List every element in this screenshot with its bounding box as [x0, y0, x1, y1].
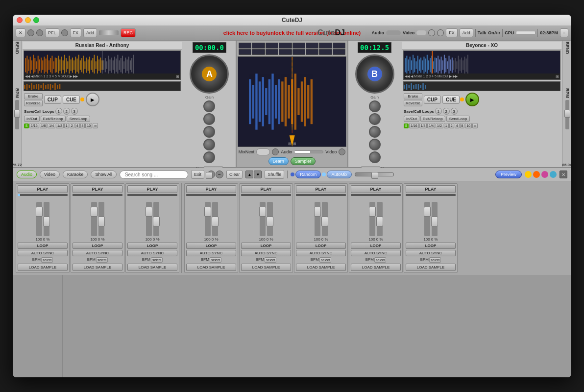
- inout-a-btn[interactable]: In/Out: [24, 116, 40, 122]
- sendloop-b-btn[interactable]: SendLoop: [446, 116, 470, 122]
- fader-thumb-pitch-7[interactable]: [376, 217, 383, 226]
- beat-cell-1[interactable]: [239, 43, 251, 49]
- pitch-fader-a[interactable]: [15, 100, 19, 129]
- dot-blue[interactable]: [550, 171, 557, 178]
- beat-cell-2[interactable]: [252, 43, 265, 49]
- fader-track-pitch-6[interactable]: [322, 202, 328, 236]
- learn-btn[interactable]: Learn: [268, 157, 289, 165]
- knob-b-2[interactable]: [369, 113, 381, 125]
- beat-inf-b[interactable]: ∞: [472, 123, 478, 128]
- play-a-btn[interactable]: ▶: [86, 93, 99, 106]
- loop-num-b-3[interactable]: 3: [451, 108, 458, 115]
- loop-btn-2[interactable]: LOOP: [73, 243, 122, 249]
- gain-a-knob[interactable]: [203, 100, 215, 112]
- rec-btn[interactable]: REC: [121, 28, 136, 37]
- beat-cell-4[interactable]: [279, 43, 292, 49]
- beat-1-8-b[interactable]: 1/8: [419, 123, 427, 128]
- inout-b-btn[interactable]: In/Out: [404, 116, 419, 122]
- fx-btn-right[interactable]: FX: [446, 28, 458, 37]
- search-input[interactable]: [120, 171, 188, 179]
- beat-cell-7[interactable]: [319, 43, 332, 49]
- close-sampler-btn[interactable]: ✕: [560, 171, 567, 178]
- auto-sync-2[interactable]: AUTO SYNC: [73, 250, 122, 256]
- beat-inf-a[interactable]: ∞: [93, 123, 98, 128]
- fx-btn-left[interactable]: FX: [70, 28, 82, 37]
- loop-num-b-2[interactable]: 2: [443, 108, 450, 115]
- beat-cell-13[interactable]: [292, 49, 305, 55]
- select-btn-2[interactable]: select: [96, 257, 108, 263]
- beat-8-b[interactable]: 8: [460, 123, 465, 128]
- beat-1-b[interactable]: 1: [444, 123, 449, 128]
- beat-10-b[interactable]: 10: [465, 123, 472, 128]
- beat-cell-15[interactable]: [319, 49, 332, 55]
- beat-1-4-a[interactable]: 1/4: [48, 123, 55, 128]
- fader-thumb-pitch-2[interactable]: [98, 217, 105, 226]
- fader-track-vol-1[interactable]: [36, 202, 42, 236]
- preview-btn[interactable]: Preview: [495, 171, 522, 178]
- video-knob-center[interactable]: [339, 148, 345, 155]
- karaoke-filter-btn[interactable]: Karaoke: [63, 171, 88, 178]
- load-sample-2[interactable]: LOAD SAMPLE: [73, 264, 122, 271]
- fader-thumb-vol-6[interactable]: [314, 207, 321, 217]
- remove-song-btn[interactable]: −: [216, 171, 223, 178]
- select-btn-4[interactable]: select: [210, 257, 221, 263]
- fader-thumb-vol-4[interactable]: [204, 207, 211, 217]
- sample-play-4[interactable]: PLAY: [186, 185, 236, 193]
- fader-thumb-vol-2[interactable]: [91, 207, 97, 217]
- audio-knob-center[interactable]: [272, 148, 279, 155]
- sample-play-5[interactable]: PLAY: [241, 185, 291, 193]
- play-b-btn[interactable]: ▶: [465, 93, 479, 106]
- select-btn-7[interactable]: select: [374, 257, 386, 263]
- loop-btn-5[interactable]: LOOP: [241, 243, 291, 249]
- dot-yellow[interactable]: [525, 171, 532, 178]
- select-btn-8[interactable]: select: [429, 257, 441, 263]
- beat-8-a[interactable]: 8: [80, 123, 85, 128]
- auto-sync-3[interactable]: AUTO SYNC: [127, 250, 177, 256]
- close-toolbar-btn[interactable]: ✕: [16, 28, 25, 37]
- beat-cell-12[interactable]: [279, 49, 292, 55]
- fader-track-pitch-7[interactable]: [377, 202, 383, 236]
- knob-a-4[interactable]: [203, 139, 215, 150]
- cup-b-btn[interactable]: CUP: [424, 96, 441, 104]
- minimize-button[interactable]: [25, 17, 31, 23]
- show-all-btn[interactable]: Show All: [91, 171, 117, 178]
- beat-1-2-b[interactable]: 1/2: [436, 123, 443, 128]
- fader-track-pitch-5[interactable]: [267, 202, 273, 236]
- fader-track-pitch-8[interactable]: [432, 202, 438, 236]
- pitch-fader-b[interactable]: [565, 100, 569, 129]
- maximize-button[interactable]: [33, 17, 39, 23]
- load-sample-6[interactable]: LOAD SAMPLE: [296, 264, 346, 271]
- knob-b-4[interactable]: [369, 139, 381, 150]
- auto-sync-1[interactable]: AUTO SYNC: [18, 250, 68, 256]
- fader-thumb-pitch-5[interactable]: [267, 217, 273, 226]
- sample-play-7[interactable]: PLAY: [351, 185, 401, 193]
- video-filter-btn[interactable]: Video: [40, 171, 60, 178]
- fader-thumb-vol-7[interactable]: [369, 207, 376, 217]
- cue-a-btn[interactable]: CUE: [63, 96, 80, 104]
- fader-track-vol-8[interactable]: [424, 202, 430, 236]
- fader-track-pitch-1[interactable]: [44, 202, 49, 236]
- add-btn-right[interactable]: Add: [460, 28, 473, 37]
- beat-cell-16[interactable]: [333, 49, 345, 55]
- select-btn-6[interactable]: select: [319, 257, 331, 263]
- loop-num-a-2[interactable]: 2: [63, 108, 70, 115]
- fader-track-vol-2[interactable]: [91, 202, 97, 236]
- sample-play-2[interactable]: PLAY: [73, 185, 122, 193]
- turntable-a[interactable]: A: [190, 54, 229, 94]
- video-toggle[interactable]: [416, 30, 426, 35]
- cup-a-btn[interactable]: CUP: [44, 96, 61, 104]
- exit-btn[interactable]: Exit: [191, 170, 204, 179]
- expand-icon-2[interactable]: ⊞: [293, 142, 296, 146]
- clear-btn[interactable]: Clear: [226, 170, 243, 179]
- load-sample-3[interactable]: LOAD SAMPLE: [127, 264, 177, 271]
- auto-sync-8[interactable]: AUTO SYNC: [406, 250, 456, 256]
- fader-thumb-vol-3[interactable]: [146, 207, 152, 217]
- fader-track-vol-7[interactable]: [369, 202, 375, 236]
- loop-btn-1[interactable]: LOOP: [18, 243, 68, 249]
- beat-1-a[interactable]: 1: [64, 123, 69, 128]
- fader-thumb-pitch-8[interactable]: [431, 217, 438, 226]
- nav-up-btn[interactable]: ▲: [245, 171, 253, 178]
- knob-b-5[interactable]: [369, 151, 381, 163]
- shuffle-btn[interactable]: Shuffle: [265, 170, 284, 179]
- automix-btn[interactable]: AutoMix: [327, 171, 352, 178]
